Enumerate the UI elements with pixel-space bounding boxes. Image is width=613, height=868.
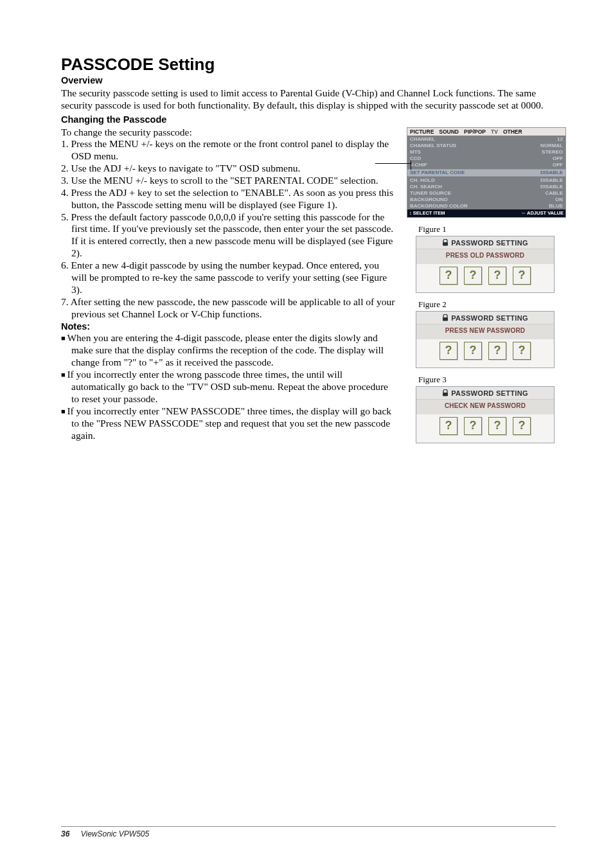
- password-digit: ?: [464, 417, 482, 435]
- page-number: 36: [61, 829, 69, 838]
- password-digit: ?: [464, 342, 482, 360]
- osd-row-value: BLUE: [549, 203, 563, 209]
- osd-tabs: PICTURE SOUND PIP/POP TV OTHER: [407, 128, 565, 136]
- osd-row-value: CABLE: [545, 190, 563, 197]
- osd-row-value: OFF: [553, 162, 563, 168]
- figure-2-label: Figure 2: [418, 299, 567, 310]
- osd-row-label: CCD: [410, 155, 421, 162]
- osd-row-value: STEREO: [542, 149, 563, 155]
- step-item: 6. Enter a new 4-digit passcode by using…: [61, 260, 395, 296]
- password-digit: ?: [464, 267, 482, 285]
- osd-row-label: TUNER SOURCE: [410, 190, 451, 197]
- osd-row-value: DISABLE: [540, 170, 563, 176]
- password-digits: ? ? ? ?: [416, 264, 554, 285]
- changing-head: Changing the Passcode: [61, 114, 558, 125]
- password-head-text: PASSWORD SETTING: [451, 389, 528, 397]
- osd-row-label: V-CHIP: [410, 162, 427, 168]
- osd-footer-right: ↔ ADJUST VALUE: [521, 210, 564, 217]
- note-item: When you are entering the 4-digit passco…: [61, 332, 395, 368]
- osd-row-label: SET PARENTAL CODE: [410, 170, 465, 176]
- osd-row-value: DISABLE: [540, 184, 563, 190]
- osd-footer: ↕ SELECT ITEM ↔ ADJUST VALUE: [407, 209, 565, 217]
- step-item: 1. Press the MENU +/- keys on the remote…: [61, 138, 395, 163]
- figure-1-label: Figure 1: [418, 224, 567, 235]
- page-title: PASSCODE Setting: [61, 55, 558, 75]
- password-head-text: PASSWORD SETTING: [451, 314, 528, 322]
- osd-row-label: BACKGROUND: [410, 197, 448, 203]
- osd-row: BACKGROUND COLORBLUE: [410, 203, 563, 209]
- callout-line: [375, 163, 411, 164]
- password-sub-old: PRESS OLD PASSWORD: [416, 249, 554, 264]
- step-item: 4. Press the ADJ + key to set the select…: [61, 187, 395, 211]
- osd-row: BACKGROUNDON: [410, 197, 563, 203]
- password-digit: ?: [513, 342, 531, 360]
- osd-row: CHANNEL12: [410, 136, 563, 143]
- note-item: If you incorrectly enter the wrong passc…: [61, 368, 395, 405]
- figure-3-label: Figure 3: [418, 375, 567, 385]
- changing-intro: To change the security passcode:: [61, 126, 395, 138]
- lock-icon: [442, 389, 449, 398]
- step-item: 3. Use the MENU +/- keys to scroll to th…: [61, 175, 395, 187]
- osd-tv-menu: PICTURE SOUND PIP/POP TV OTHER CHANNEL12…: [407, 127, 566, 218]
- osd-row-value: ON: [555, 197, 563, 203]
- osd-row: CHANNEL STATUSNORMAL: [410, 143, 563, 149]
- password-box-title: PASSWORD SETTING: [416, 387, 554, 399]
- step-list: 1. Press the MENU +/- keys on the remote…: [61, 138, 395, 321]
- password-digit: ?: [440, 267, 458, 285]
- password-digits: ? ? ? ?: [416, 339, 554, 360]
- password-box-title: PASSWORD SETTING: [416, 236, 554, 249]
- password-digit: ?: [513, 267, 531, 285]
- notes-list: When you are entering the 4-digit passco…: [61, 332, 395, 442]
- svg-rect-2: [443, 393, 448, 396]
- note-item: If you incorrectly enter "NEW PASSCODE" …: [61, 405, 395, 441]
- step-item: 5. Press the default factory passcode 0,…: [61, 211, 395, 260]
- password-digits: ? ? ? ?: [416, 414, 554, 435]
- svg-rect-0: [443, 242, 448, 246]
- step-item: 7. After setting the new passcode, the n…: [61, 296, 395, 321]
- password-sub-check: CHECK NEW PASSWORD: [416, 399, 554, 414]
- osd-row-value: NORMAL: [540, 143, 563, 149]
- overview-head: Overview: [61, 75, 558, 85]
- notes-head: Notes:: [61, 321, 395, 332]
- osd-row-label: CHANNEL: [410, 136, 435, 143]
- osd-tab: PICTURE: [407, 128, 436, 135]
- password-box-new: PASSWORD SETTING PRESS NEW PASSWORD ? ? …: [416, 311, 555, 368]
- password-digit: ?: [488, 342, 506, 360]
- svg-rect-1: [443, 317, 448, 321]
- osd-row: MTSSTEREO: [410, 149, 563, 155]
- osd-row-label: MTS: [410, 149, 421, 155]
- osd-row-label: CH. SEARCH: [410, 184, 442, 190]
- lock-icon: [442, 239, 449, 247]
- osd-row-value: 12: [557, 136, 563, 143]
- osd-row-value: OFF: [553, 155, 563, 162]
- osd-tab: SOUND: [436, 128, 461, 135]
- password-digit: ?: [513, 417, 531, 435]
- osd-row-label: CHANNEL STATUS: [410, 143, 456, 149]
- password-digit: ?: [440, 342, 458, 360]
- osd-row: CCDOFF: [410, 155, 563, 162]
- osd-row: CH. SEARCHDISABLE: [410, 184, 563, 190]
- password-digit: ?: [488, 417, 506, 435]
- password-digit: ?: [488, 267, 506, 285]
- osd-row: V-CHIPOFF: [410, 162, 563, 168]
- osd-tab: PIP/POP: [461, 128, 488, 135]
- password-head-text: PASSWORD SETTING: [451, 239, 528, 247]
- page-footer: 36 ViewSonic VPW505: [61, 826, 556, 838]
- osd-row: TUNER SOURCECABLE: [410, 190, 563, 197]
- osd-tab: OTHER: [501, 128, 525, 135]
- password-box-check: PASSWORD SETTING CHECK NEW PASSWORD ? ? …: [416, 386, 555, 443]
- osd-tab-active: TV: [488, 128, 501, 135]
- osd-row-label: CH. HOLD: [410, 177, 435, 184]
- overview-text: The security passcode setting is used to…: [61, 87, 558, 112]
- step-item: 2. Use the ADJ +/- keys to navigate to "…: [61, 163, 395, 175]
- password-digit: ?: [440, 417, 458, 435]
- osd-row-label: BACKGROUND COLOR: [410, 203, 468, 209]
- osd-row-value: DISABLE: [540, 177, 563, 184]
- lock-icon: [442, 314, 449, 323]
- password-box-old: PASSWORD SETTING PRESS OLD PASSWORD ? ? …: [416, 236, 555, 293]
- osd-row: CH. HOLDDISABLE: [410, 177, 563, 184]
- osd-row-highlight: SET PARENTAL CODEDISABLE: [407, 169, 565, 177]
- osd-footer-left: ↕ SELECT ITEM: [409, 210, 445, 217]
- password-box-title: PASSWORD SETTING: [416, 312, 554, 324]
- product-name: ViewSonic VPW505: [81, 829, 150, 838]
